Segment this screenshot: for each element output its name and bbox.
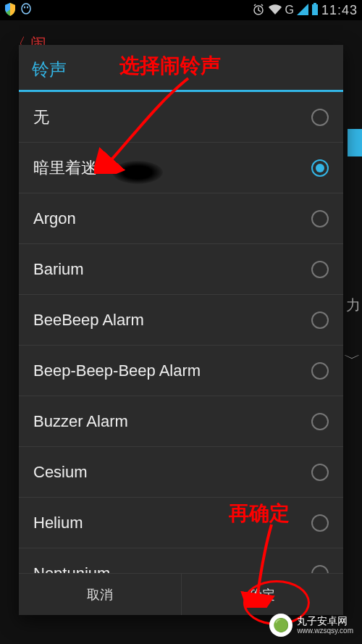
ringtone-item[interactable]: Buzzer Alarm bbox=[19, 396, 343, 447]
svg-point-2 bbox=[27, 6, 28, 8]
radio-icon bbox=[311, 464, 329, 481]
ringtone-label: Barium bbox=[33, 260, 84, 279]
ringtone-label: 无 bbox=[33, 106, 49, 128]
radio-icon bbox=[311, 565, 329, 573]
ringtone-item-selected[interactable]: 暗里着迷 bbox=[19, 143, 343, 193]
signal-icon bbox=[297, 4, 308, 17]
dialog-title: 铃声 bbox=[19, 45, 343, 90]
radio-icon bbox=[311, 362, 329, 380]
ringtone-label: Neptunium bbox=[33, 564, 110, 573]
watermark-name: 丸子安卓网 bbox=[297, 616, 353, 627]
bg-accent bbox=[348, 129, 362, 156]
ringtone-item[interactable]: Barium bbox=[19, 244, 343, 295]
wifi-icon bbox=[268, 4, 282, 17]
network-label: G bbox=[285, 4, 294, 17]
watermark-logo-icon: 🟢 bbox=[269, 614, 292, 637]
radio-icon bbox=[311, 109, 329, 126]
status-bar: G 11:43 bbox=[0, 0, 362, 20]
radio-icon bbox=[311, 210, 329, 227]
svg-rect-5 bbox=[313, 3, 316, 4]
radio-icon bbox=[311, 261, 329, 278]
svg-rect-4 bbox=[312, 4, 318, 15]
ok-button[interactable]: 确定 bbox=[181, 574, 344, 615]
ringtone-item-none[interactable]: 无 bbox=[19, 92, 343, 143]
ringtone-label: Helium bbox=[33, 514, 83, 532]
ringtone-label: 暗里着迷 bbox=[33, 157, 97, 179]
status-clock: 11:43 bbox=[321, 3, 358, 18]
ringtone-list[interactable]: 无 暗里着迷 Argon Barium BeeBeep Alarm Beep-B… bbox=[19, 92, 343, 573]
ringtone-label: BeeBeep Alarm bbox=[33, 311, 144, 330]
qq-icon bbox=[20, 3, 32, 18]
ringtone-item[interactable]: Argon bbox=[19, 193, 343, 244]
ringtone-item[interactable]: Cesium bbox=[19, 447, 343, 498]
radio-selected-icon bbox=[311, 159, 329, 177]
shield-icon bbox=[4, 3, 16, 18]
dialog-button-bar: 取消 确定 bbox=[19, 573, 343, 615]
battery-icon bbox=[311, 3, 319, 18]
radio-icon bbox=[311, 514, 329, 532]
ringtone-label: Argon bbox=[33, 209, 76, 228]
ringtone-label: Cesium bbox=[33, 463, 88, 482]
ringtone-item[interactable]: Neptunium bbox=[19, 548, 343, 573]
ringtone-item[interactable]: Helium bbox=[19, 498, 343, 548]
bg-text: 力 bbox=[346, 296, 361, 315]
watermark-url: www.wzsqsy.com bbox=[297, 627, 353, 635]
svg-point-0 bbox=[22, 4, 30, 14]
ringtone-dialog: 铃声 无 暗里着迷 Argon Barium BeeBeep Alarm Bee… bbox=[19, 45, 343, 615]
chevron-down-icon: 〉 bbox=[340, 353, 362, 369]
alarm-icon bbox=[252, 3, 265, 18]
svg-point-1 bbox=[24, 6, 25, 8]
cancel-button[interactable]: 取消 bbox=[19, 574, 181, 615]
ringtone-item[interactable]: Beep-Beep-Beep Alarm bbox=[19, 346, 343, 396]
radio-icon bbox=[311, 413, 329, 430]
ringtone-label: Buzzer Alarm bbox=[33, 412, 128, 431]
watermark: 🟢 丸子安卓网 www.wzsqsy.com bbox=[265, 611, 358, 640]
ringtone-item[interactable]: BeeBeep Alarm bbox=[19, 295, 343, 346]
ringtone-label: Beep-Beep-Beep Alarm bbox=[33, 361, 201, 380]
radio-icon bbox=[311, 311, 329, 329]
